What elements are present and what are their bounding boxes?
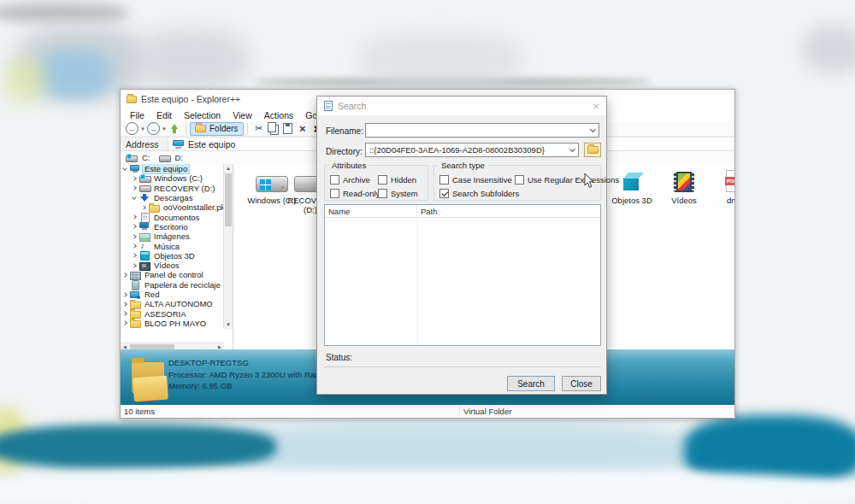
unchecked-checkbox[interactable] [378, 189, 387, 198]
expand-icon[interactable] [132, 243, 137, 249]
expand-icon[interactable] [122, 302, 127, 307]
bg-smudge [17, 26, 145, 98]
expand-icon[interactable] [122, 282, 127, 287]
expand-icon[interactable] [122, 273, 127, 278]
tree-item-blog-ph-mayo[interactable]: BLOG PH MAYO [121, 319, 224, 328]
collapse-icon[interactable] [122, 166, 127, 171]
tree-item-label: Red [143, 290, 161, 299]
desktop-icon [139, 222, 150, 231]
menu-edit[interactable]: Edit [150, 110, 178, 120]
expand-icon[interactable] [132, 225, 137, 230]
folder-icon [587, 146, 598, 154]
expand-icon[interactable] [122, 292, 127, 297]
tree-vertical-scrollbar[interactable]: ▲ ▼ [223, 164, 233, 329]
drive-button-d[interactable]: D: [159, 153, 184, 162]
expand-icon[interactable] [141, 205, 146, 210]
tree-item-label: BLOG PH MAYO [143, 319, 208, 328]
tree-item-papelera-de-reciclaje[interactable]: Papelera de reciclaje [121, 280, 224, 290]
back-caret-icon[interactable] [139, 122, 146, 136]
tree-item-recovery-d[interactable]: RECOVERY (D:) [121, 184, 224, 193]
tree-item-objetos-3d[interactable]: Objetos 3D [121, 251, 224, 261]
chevron-down-icon[interactable] [587, 130, 598, 132]
search-button[interactable]: Search [507, 376, 555, 391]
chevron-down-icon[interactable] [566, 149, 578, 151]
expand-icon[interactable] [132, 214, 137, 220]
delete-icon[interactable] [295, 122, 310, 136]
filename-input[interactable] [365, 123, 599, 138]
menu-view[interactable]: View [227, 110, 258, 120]
column-header-path[interactable]: Path [417, 205, 600, 217]
tree-item-label: Este equipo [143, 164, 189, 173]
unchecked-checkbox[interactable] [330, 189, 339, 198]
expand-icon[interactable] [132, 185, 137, 190]
expand-icon[interactable] [132, 253, 137, 258]
file-item-dni[interactable]: dni.. [705, 167, 735, 205]
collapse-icon[interactable] [132, 195, 137, 200]
cut-icon[interactable] [251, 122, 266, 136]
unchecked-checkbox[interactable] [378, 175, 387, 185]
tree-item-oovooinstaller-pkg[interactable]: ooVooInstaller.pkg [121, 202, 224, 212]
results-list[interactable]: NamePath [324, 204, 601, 346]
tree-item-panel-de-control[interactable]: Panel de control [121, 270, 224, 279]
checkbox-label: System [391, 189, 418, 198]
tree-item-windows-c[interactable]: Windows (C:) [121, 173, 224, 183]
browse-directory-button[interactable] [584, 143, 601, 157]
results-header: NamePath [325, 205, 600, 218]
expand-icon[interactable] [132, 176, 137, 181]
paste-icon[interactable] [280, 122, 295, 136]
column-header-name[interactable]: Name [325, 205, 417, 217]
tree-item-label: Descargas [152, 193, 194, 202]
forward-caret-icon[interactable] [161, 122, 168, 136]
tree-horizontal-scrollbar[interactable]: ◀ ▶ [121, 343, 224, 349]
close-icon[interactable] [593, 101, 599, 112]
folders-button[interactable]: Folders [190, 122, 244, 136]
menu-selection[interactable]: Selection [178, 110, 227, 120]
expand-icon[interactable] [122, 321, 127, 326]
checkbox-read-only[interactable]: Read-only [330, 189, 378, 198]
checked-checkbox[interactable] [439, 189, 449, 198]
copy-icon[interactable] [266, 122, 280, 136]
scroll-down-icon[interactable]: ▼ [224, 320, 233, 329]
big-folder-icon [132, 358, 164, 394]
drive-button-c[interactable]: C: [126, 153, 150, 162]
tree-item-escritorio[interactable]: Escritorio [121, 222, 224, 231]
checkbox-search-subfolders[interactable]: Search Subfolders [439, 189, 515, 198]
checkbox-hidden[interactable]: Hidden [378, 175, 426, 185]
tree-item-label: Música [152, 242, 181, 251]
tree-item-im-genes[interactable]: Imágenes [121, 231, 224, 241]
checkbox-system[interactable]: System [378, 189, 426, 198]
checkbox-archive[interactable]: Archive [330, 175, 378, 185]
file-item-objetos-3d[interactable]: Objetos 3D [602, 167, 662, 205]
back-icon[interactable] [126, 122, 139, 135]
menu-file[interactable]: File [124, 110, 150, 120]
expand-icon[interactable] [132, 263, 137, 268]
forward-icon[interactable] [147, 122, 160, 135]
menu-actions[interactable]: Actions [258, 110, 299, 120]
unchecked-checkbox[interactable] [330, 175, 339, 185]
unchecked-checkbox[interactable] [515, 175, 524, 185]
tree-item-este-equipo[interactable]: Este equipo [121, 164, 224, 173]
tree-item-red[interactable]: Red [121, 290, 224, 299]
unchecked-checkbox[interactable] [439, 175, 449, 185]
tree-item-documentos[interactable]: Documentos [121, 212, 224, 221]
dialog-title-bar[interactable]: Search [317, 97, 606, 115]
tree-item-m-sica[interactable]: Música [121, 241, 224, 250]
close-button[interactable]: Close [562, 376, 601, 391]
checkbox-case-insensitive[interactable]: Case Insensitive [439, 175, 515, 185]
checkbox-use-regular-expressions[interactable]: Use Regular Expressions [515, 175, 619, 185]
directory-input[interactable]: ::{20D04FE0-3AEA-1069-A2D8-08002B30309D} [365, 143, 579, 157]
tree-item-alta-autonomo[interactable]: ALTA AUTONOMO [121, 299, 224, 308]
scroll-up-icon[interactable]: ▲ [224, 164, 233, 173]
expand-icon[interactable] [132, 234, 137, 239]
bg-smudge [214, 420, 701, 482]
expand-icon[interactable] [122, 311, 127, 316]
tree-item-v-deos[interactable]: Vídeos [121, 261, 224, 270]
tree-item-asesoria[interactable]: ASESORIA [121, 308, 224, 318]
tree-item-label: Papelera de reciclaje [143, 280, 222, 290]
checkbox-label: Archive [343, 175, 370, 185]
tree-item-descargas[interactable]: Descargas [121, 193, 224, 202]
tree-item-label: Documentos [152, 213, 201, 222]
scrollbar-thumb[interactable] [225, 173, 232, 226]
dialog-separator [324, 366, 601, 367]
up-icon[interactable] [168, 122, 182, 136]
